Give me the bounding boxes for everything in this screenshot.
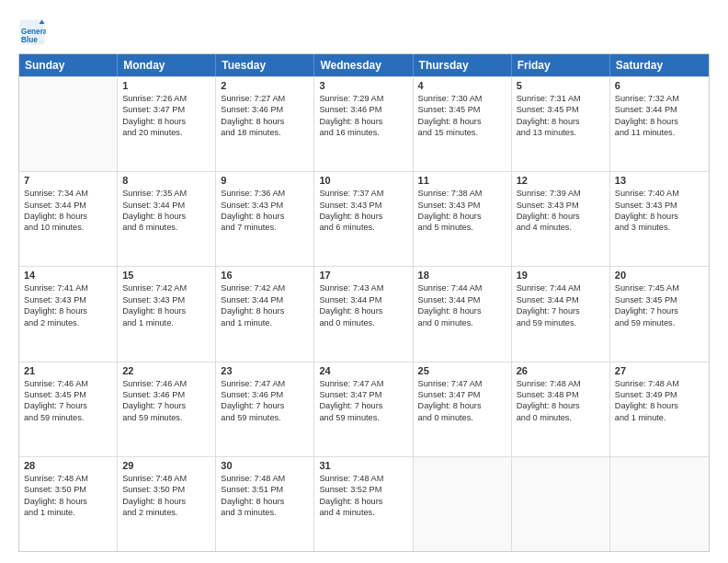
svg-text:General: General	[21, 28, 46, 36]
daylight-line2: and 1 minute.	[122, 317, 210, 328]
cal-header-cell: Friday	[512, 54, 610, 76]
cal-cell: 19 Sunrise: 7:44 AM Sunset: 3:44 PM Dayl…	[512, 267, 610, 361]
daylight-line: Daylight: 7 hours	[517, 305, 605, 316]
daylight-line2: and 20 minutes.	[122, 127, 210, 138]
day-number: 25	[418, 365, 506, 376]
daylight-line: Daylight: 8 hours	[24, 496, 112, 507]
cal-cell: 20 Sunrise: 7:45 AM Sunset: 3:45 PM Dayl…	[610, 267, 709, 361]
sunset-line: Sunset: 3:43 PM	[517, 200, 605, 211]
cal-cell: 16 Sunrise: 7:42 AM Sunset: 3:44 PM Dayl…	[216, 267, 314, 361]
daylight-line: Daylight: 8 hours	[319, 116, 407, 127]
sunrise-line: Sunrise: 7:48 AM	[319, 473, 407, 484]
day-number: 24	[319, 365, 407, 376]
cal-cell: 25 Sunrise: 7:47 AM Sunset: 3:47 PM Dayl…	[414, 362, 512, 456]
daylight-line: Daylight: 8 hours	[517, 400, 605, 411]
sunrise-line: Sunrise: 7:48 AM	[517, 378, 605, 389]
day-number: 14	[24, 270, 112, 281]
daylight-line: Daylight: 8 hours	[418, 116, 506, 127]
sunrise-line: Sunrise: 7:41 AM	[24, 282, 112, 293]
sunset-line: Sunset: 3:45 PM	[24, 389, 112, 400]
day-number: 31	[319, 460, 407, 471]
daylight-line2: and 59 minutes.	[615, 317, 704, 328]
daylight-line: Daylight: 8 hours	[221, 305, 309, 316]
day-number: 18	[418, 270, 506, 281]
sunrise-line: Sunrise: 7:30 AM	[418, 93, 506, 104]
sunset-line: Sunset: 3:45 PM	[418, 104, 506, 115]
sunrise-line: Sunrise: 7:32 AM	[615, 93, 704, 104]
daylight-line2: and 7 minutes.	[221, 222, 309, 233]
sunset-line: Sunset: 3:46 PM	[319, 104, 407, 115]
sunset-line: Sunset: 3:44 PM	[221, 294, 309, 305]
daylight-line2: and 2 minutes.	[122, 507, 210, 518]
cal-cell: 18 Sunrise: 7:44 AM Sunset: 3:44 PM Dayl…	[414, 267, 512, 361]
cal-header-cell: Wednesday	[314, 54, 413, 76]
logo: General Blue	[18, 18, 48, 46]
daylight-line: Daylight: 8 hours	[319, 496, 407, 507]
logo-icon: General Blue	[18, 18, 46, 46]
cal-cell: 31 Sunrise: 7:48 AM Sunset: 3:52 PM Dayl…	[314, 457, 413, 551]
cal-cell: 7 Sunrise: 7:34 AM Sunset: 3:44 PM Dayli…	[19, 172, 118, 266]
daylight-line: Daylight: 7 hours	[221, 400, 309, 411]
sunrise-line: Sunrise: 7:35 AM	[122, 188, 210, 199]
daylight-line2: and 3 minutes.	[221, 507, 309, 518]
daylight-line: Daylight: 8 hours	[122, 305, 210, 316]
sunrise-line: Sunrise: 7:27 AM	[221, 93, 309, 104]
cal-header-cell: Sunday	[19, 54, 118, 76]
sunset-line: Sunset: 3:45 PM	[615, 294, 704, 305]
sunset-line: Sunset: 3:46 PM	[221, 104, 309, 115]
cal-row: 1 Sunrise: 7:26 AM Sunset: 3:47 PM Dayli…	[19, 76, 709, 171]
daylight-line2: and 8 minutes.	[122, 222, 210, 233]
sunrise-line: Sunrise: 7:46 AM	[24, 378, 112, 389]
sunset-line: Sunset: 3:46 PM	[221, 389, 309, 400]
cal-cell	[610, 457, 709, 551]
sunrise-line: Sunrise: 7:47 AM	[221, 378, 309, 389]
daylight-line: Daylight: 7 hours	[615, 305, 704, 316]
cal-row: 14 Sunrise: 7:41 AM Sunset: 3:43 PM Dayl…	[19, 266, 709, 361]
daylight-line: Daylight: 8 hours	[615, 400, 704, 411]
daylight-line2: and 59 minutes.	[319, 412, 407, 423]
daylight-line2: and 4 minutes.	[517, 222, 605, 233]
cal-cell: 6 Sunrise: 7:32 AM Sunset: 3:44 PM Dayli…	[610, 77, 709, 171]
day-number: 19	[517, 270, 605, 281]
daylight-line2: and 2 minutes.	[24, 317, 112, 328]
sunrise-line: Sunrise: 7:48 AM	[122, 473, 210, 484]
daylight-line2: and 1 minute.	[221, 317, 309, 328]
sunset-line: Sunset: 3:48 PM	[517, 389, 605, 400]
sunset-line: Sunset: 3:46 PM	[122, 389, 210, 400]
sunset-line: Sunset: 3:52 PM	[319, 484, 407, 495]
daylight-line: Daylight: 8 hours	[221, 116, 309, 127]
daylight-line: Daylight: 8 hours	[221, 496, 309, 507]
sunset-line: Sunset: 3:51 PM	[221, 484, 309, 495]
sunset-line: Sunset: 3:44 PM	[319, 294, 407, 305]
cal-cell: 13 Sunrise: 7:40 AM Sunset: 3:43 PM Dayl…	[610, 172, 709, 266]
sunrise-line: Sunrise: 7:47 AM	[319, 378, 407, 389]
day-number: 27	[615, 365, 704, 376]
sunset-line: Sunset: 3:44 PM	[517, 294, 605, 305]
sunset-line: Sunset: 3:44 PM	[122, 200, 210, 211]
day-number: 20	[615, 270, 704, 281]
daylight-line: Daylight: 7 hours	[24, 400, 112, 411]
sunset-line: Sunset: 3:43 PM	[122, 294, 210, 305]
cal-cell: 30 Sunrise: 7:48 AM Sunset: 3:51 PM Dayl…	[216, 457, 314, 551]
day-number: 16	[221, 270, 309, 281]
sunrise-line: Sunrise: 7:48 AM	[221, 473, 309, 484]
day-number: 1	[122, 80, 210, 91]
daylight-line: Daylight: 8 hours	[517, 211, 605, 222]
day-number: 3	[319, 80, 407, 91]
day-number: 17	[319, 270, 407, 281]
cal-cell: 10 Sunrise: 7:37 AM Sunset: 3:43 PM Dayl…	[314, 172, 413, 266]
daylight-line: Daylight: 8 hours	[319, 211, 407, 222]
header: General Blue	[18, 15, 710, 46]
daylight-line2: and 0 minutes.	[319, 317, 407, 328]
calendar-header-row: SundayMondayTuesdayWednesdayThursdayFrid…	[19, 54, 709, 76]
daylight-line: Daylight: 8 hours	[24, 211, 112, 222]
sunset-line: Sunset: 3:43 PM	[418, 200, 506, 211]
cal-cell: 2 Sunrise: 7:27 AM Sunset: 3:46 PM Dayli…	[216, 77, 314, 171]
day-number: 6	[615, 80, 704, 91]
cal-cell: 21 Sunrise: 7:46 AM Sunset: 3:45 PM Dayl…	[19, 362, 118, 456]
cal-cell: 1 Sunrise: 7:26 AM Sunset: 3:47 PM Dayli…	[118, 77, 216, 171]
cal-cell: 22 Sunrise: 7:46 AM Sunset: 3:46 PM Dayl…	[118, 362, 216, 456]
day-number: 30	[221, 460, 309, 471]
sunrise-line: Sunrise: 7:39 AM	[517, 188, 605, 199]
day-number: 28	[24, 460, 112, 471]
